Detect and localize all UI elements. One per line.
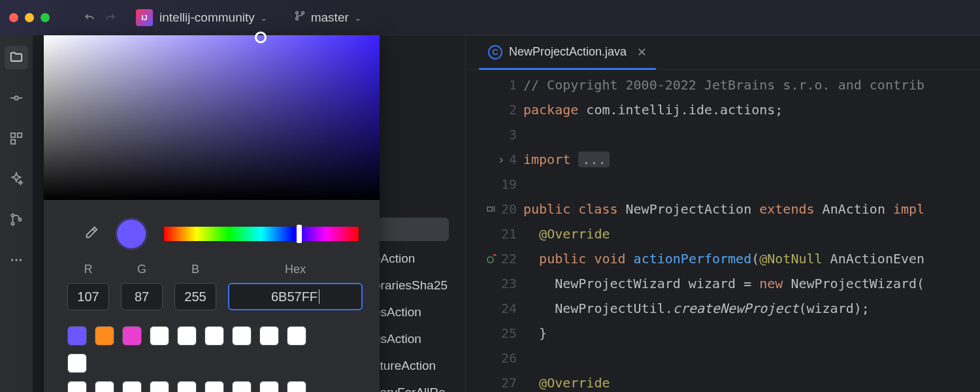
svg-point-10 [11,222,14,225]
branch-name: master [311,10,349,25]
b-input[interactable]: 255 [174,283,216,310]
color-swatch[interactable] [150,326,169,346]
editor: C NewProjectAction.java ✕ 123›4192021222… [465,35,980,392]
structure-tool-button[interactable] [5,127,28,150]
color-swatch[interactable] [67,381,87,392]
tool-rail [0,35,33,392]
svg-rect-8 [11,140,15,144]
titlebar: IJ intellij-community ⌄ master ⌄ [0,0,980,35]
branch-selector[interactable]: master ⌄ [294,10,362,25]
chevron-down-icon: ⌄ [260,12,268,23]
color-swatch[interactable] [204,381,224,392]
vcs-tool-button[interactable] [5,208,28,231]
tab-filename: NewProjectAction.java [509,45,627,59]
svg-point-13 [15,259,17,261]
swatch-row [44,381,348,392]
swatch-row [44,326,348,373]
color-swatch[interactable] [150,381,169,392]
minimize-window-button[interactable] [25,13,34,22]
chevron-down-icon: ⌄ [354,12,362,23]
color-swatch[interactable] [122,381,142,392]
close-tab-button[interactable]: ✕ [637,45,647,59]
svg-point-2 [301,12,304,14]
eyedropper-button[interactable] [84,225,99,242]
color-swatch[interactable] [67,326,87,346]
maximize-window-button[interactable] [41,13,50,22]
project-selector[interactable]: intellij-community ⌄ [159,10,268,25]
g-input[interactable]: 87 [121,283,163,310]
background-list: eAction orariesSha25 esAction gsAction c… [374,216,465,392]
svg-point-14 [20,259,22,261]
svg-point-12 [11,259,13,261]
more-tool-button[interactable] [5,248,28,272]
svg-point-1 [295,18,298,20]
undo-button[interactable] [82,10,97,25]
list-item[interactable]: esAction [374,299,465,325]
color-swatch[interactable] [204,326,224,346]
color-swatch[interactable] [259,326,279,346]
svg-point-11 [18,218,21,221]
color-swatch[interactable] [232,381,252,392]
project-name: intellij-community [159,10,255,25]
code-area[interactable]: // Copyright 2000-2022 JetBrains s.r.o. … [523,70,980,392]
gutter: 123›4192021222324252627 [466,70,523,392]
list-item[interactable]: itoryForAllRe [374,379,465,392]
editor-tab[interactable]: C NewProjectAction.java ✕ [479,36,656,70]
color-swatch[interactable] [67,353,87,373]
class-file-icon: C [488,45,502,59]
color-swatch[interactable] [95,326,114,346]
redo-button[interactable] [103,10,118,25]
color-swatch[interactable] [287,381,306,392]
r-label: R [84,263,93,276]
branch-icon [294,10,306,25]
color-swatch[interactable] [177,326,197,346]
svg-point-3 [14,96,18,100]
list-item[interactable]: orariesSha25 [374,272,465,299]
hue-cursor[interactable] [297,225,302,243]
color-swatch[interactable] [232,326,252,346]
current-color-swatch [117,220,146,248]
svg-rect-7 [18,133,22,137]
svg-point-16 [487,257,493,263]
list-item[interactable]: ctureAction [374,352,465,379]
svg-rect-6 [11,133,15,137]
editor-tabbar: C NewProjectAction.java ✕ [466,36,980,70]
sv-cursor[interactable] [255,31,267,43]
color-swatch[interactable] [95,381,114,392]
svg-point-9 [11,214,14,217]
close-window-button[interactable] [9,13,18,22]
svg-rect-15 [487,207,493,211]
color-swatch[interactable] [259,381,279,392]
svg-point-0 [295,12,298,14]
r-input[interactable]: 107 [67,283,109,310]
saturation-value-field[interactable] [44,35,380,200]
color-swatch[interactable] [287,326,306,346]
hue-slider[interactable] [164,227,359,241]
ai-tool-button[interactable] [5,167,28,191]
hex-input[interactable]: 6B57FF [228,283,363,310]
color-swatch[interactable] [177,381,197,392]
list-item[interactable]: eAction [374,245,465,272]
ide-logo-icon: IJ [136,9,153,26]
commit-tool-button[interactable] [5,86,28,110]
window-controls [9,13,50,22]
color-picker: R 107 G 87 B 255 Hex 6B57FF [44,35,380,392]
list-selection[interactable] [374,218,449,241]
b-label: B [191,263,199,276]
color-swatch[interactable] [122,326,142,346]
list-item[interactable]: gsAction [374,325,465,352]
g-label: G [137,263,146,276]
hex-label: Hex [285,263,306,276]
project-tool-button[interactable] [5,46,28,69]
